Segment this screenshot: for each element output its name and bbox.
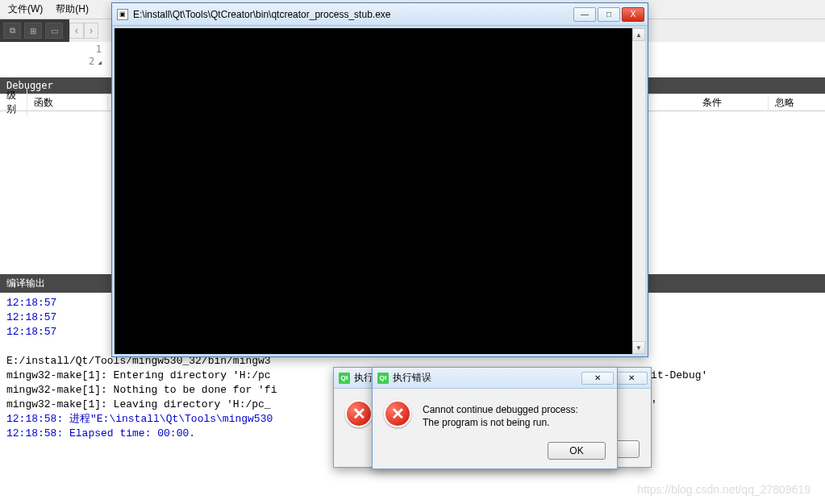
line-gutter: 1 2 bbox=[0, 42, 108, 77]
scroll-up-icon[interactable]: ▲ bbox=[632, 28, 645, 41]
col-level[interactable]: 级别 bbox=[0, 89, 27, 116]
line-number: 1 bbox=[0, 44, 102, 56]
error-dialog-front[interactable]: Qt 执行错误 ✕ ✕ Cannot continue debugged pro… bbox=[372, 367, 618, 469]
console-window[interactable]: ▣ E:\install\Qt\Tools\QtCreator\bin\qtcr… bbox=[111, 2, 648, 357]
dialog-title: 执行错误 bbox=[393, 371, 581, 385]
error-icon: ✕ bbox=[384, 400, 411, 427]
dialog-close-button[interactable]: ✕ bbox=[581, 372, 614, 385]
minimize-button[interactable]: — bbox=[573, 7, 596, 22]
line-number: 2 bbox=[0, 56, 102, 69]
collapse-icon[interactable]: ▭ bbox=[45, 23, 63, 39]
col-function[interactable]: 函数 bbox=[27, 96, 108, 110]
col-condition[interactable]: 条件 bbox=[696, 96, 769, 110]
dialog-close-button[interactable]: ✕ bbox=[615, 372, 648, 385]
maximize-button[interactable]: □ bbox=[598, 7, 620, 22]
menu-help[interactable]: 帮助(H) bbox=[49, 2, 95, 16]
console-body[interactable]: ▲ ▼ bbox=[115, 28, 645, 354]
ok-button[interactable]: OK bbox=[548, 442, 606, 460]
watermark: https://blog.csdn.net/qq_27809619 bbox=[637, 483, 810, 496]
dialog-body: ✕ Cannot continue debugged process: The … bbox=[373, 389, 617, 437]
qt-icon: Qt bbox=[377, 373, 389, 384]
link-icon[interactable]: ⧉ bbox=[3, 23, 21, 39]
nav-forward-button[interactable]: › bbox=[84, 23, 98, 39]
col-ignore[interactable]: 忽略 bbox=[769, 96, 825, 110]
console-titlebar[interactable]: ▣ E:\install\Qt\Tools\QtCreator\bin\qtcr… bbox=[112, 3, 648, 26]
error-icon: ✕ bbox=[345, 400, 373, 427]
app-icon: ▣ bbox=[117, 9, 128, 20]
dialog-titlebar[interactable]: Qt 执行错误 ✕ bbox=[373, 368, 617, 389]
console-title: E:\install\Qt\Tools\QtCreator\bin\qtcrea… bbox=[133, 9, 573, 20]
scroll-down-icon[interactable]: ▼ bbox=[632, 341, 645, 354]
dialog-message: Cannot continue debugged process: The pr… bbox=[423, 400, 578, 429]
console-scrollbar[interactable]: ▲ ▼ bbox=[632, 28, 645, 354]
add-panel-icon[interactable]: ⊞ bbox=[24, 23, 42, 39]
close-button[interactable]: X bbox=[622, 7, 644, 22]
menu-file[interactable]: 文件(W) bbox=[2, 2, 49, 16]
nav-back-button[interactable]: ‹ bbox=[69, 23, 84, 39]
qt-icon: Qt bbox=[339, 373, 350, 384]
